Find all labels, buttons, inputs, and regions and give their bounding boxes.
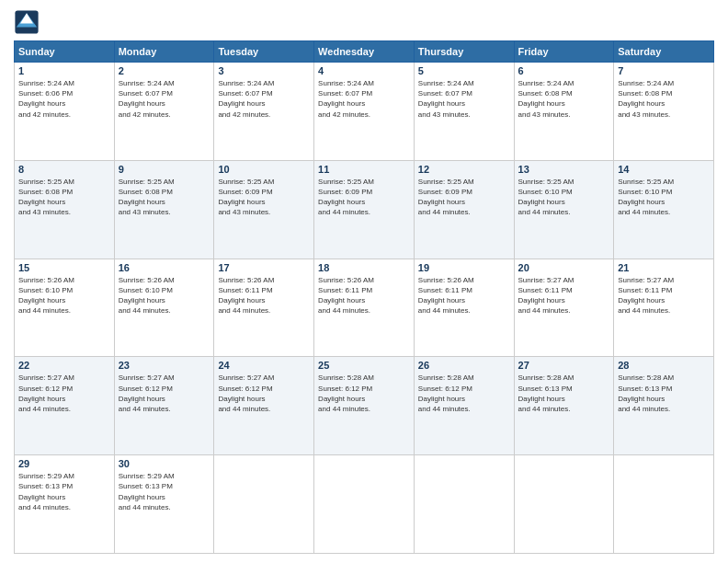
calendar-week-5: 29 Sunrise: 5:29 AMSunset: 6:13 PMDaylig… [15, 455, 714, 554]
calendar-cell: 11 Sunrise: 5:25 AMSunset: 6:09 PMDaylig… [314, 160, 415, 259]
day-info: Sunrise: 5:25 AMSunset: 6:10 PMDaylight … [518, 178, 574, 217]
day-number: 1 [18, 65, 110, 76]
day-number: 12 [418, 164, 510, 175]
page: SundayMondayTuesdayWednesdayThursdayFrid… [0, 0, 728, 563]
day-info: Sunrise: 5:27 AMSunset: 6:12 PMDaylight … [218, 373, 274, 413]
day-number: 28 [618, 360, 710, 371]
calendar-cell: 24 Sunrise: 5:27 AMSunset: 6:12 PMDaylig… [214, 357, 314, 455]
day-number: 19 [418, 262, 510, 273]
day-info: Sunrise: 5:25 AMSunset: 6:09 PMDaylight … [418, 178, 474, 217]
day-number: 27 [518, 360, 610, 371]
col-header-monday: Monday [114, 41, 214, 63]
day-number: 16 [119, 262, 210, 273]
calendar-cell: 20 Sunrise: 5:27 AMSunset: 6:11 PMDaylig… [514, 259, 614, 357]
day-number: 17 [218, 262, 310, 273]
day-info: Sunrise: 5:26 AMSunset: 6:11 PMDaylight … [418, 276, 474, 316]
calendar-cell [214, 455, 314, 554]
day-info: Sunrise: 5:24 AMSunset: 6:08 PMDaylight … [618, 79, 674, 119]
calendar-cell: 19 Sunrise: 5:26 AMSunset: 6:11 PMDaylig… [414, 259, 514, 357]
day-info: Sunrise: 5:28 AMSunset: 6:13 PMDaylight … [618, 373, 674, 413]
day-info: Sunrise: 5:24 AMSunset: 6:07 PMDaylight … [119, 79, 175, 119]
calendar-cell [414, 455, 514, 554]
day-info: Sunrise: 5:27 AMSunset: 6:11 PMDaylight … [618, 276, 674, 316]
calendar-cell: 28 Sunrise: 5:28 AMSunset: 6:13 PMDaylig… [614, 357, 714, 455]
day-info: Sunrise: 5:25 AMSunset: 6:09 PMDaylight … [318, 178, 374, 217]
day-number: 30 [119, 458, 210, 469]
day-number: 23 [119, 360, 210, 371]
day-number: 13 [518, 164, 610, 175]
day-info: Sunrise: 5:26 AMSunset: 6:10 PMDaylight … [18, 276, 74, 316]
day-number: 25 [318, 360, 410, 371]
calendar-cell: 22 Sunrise: 5:27 AMSunset: 6:12 PMDaylig… [15, 357, 115, 455]
calendar-cell: 23 Sunrise: 5:27 AMSunset: 6:12 PMDaylig… [114, 357, 214, 455]
header [14, 9, 714, 35]
day-info: Sunrise: 5:25 AMSunset: 6:08 PMDaylight … [119, 178, 175, 217]
calendar-week-1: 1 Sunrise: 5:24 AMSunset: 6:06 PMDayligh… [15, 63, 714, 161]
calendar-cell: 21 Sunrise: 5:27 AMSunset: 6:11 PMDaylig… [614, 259, 714, 357]
day-number: 8 [18, 164, 110, 175]
day-info: Sunrise: 5:25 AMSunset: 6:09 PMDaylight … [218, 178, 274, 217]
calendar-cell: 4 Sunrise: 5:24 AMSunset: 6:07 PMDayligh… [314, 63, 415, 161]
logo-icon [14, 9, 40, 35]
calendar-cell: 1 Sunrise: 5:24 AMSunset: 6:06 PMDayligh… [15, 63, 115, 161]
col-header-saturday: Saturday [614, 41, 714, 63]
calendar-week-2: 8 Sunrise: 5:25 AMSunset: 6:08 PMDayligh… [15, 160, 714, 259]
calendar-cell: 7 Sunrise: 5:24 AMSunset: 6:08 PMDayligh… [614, 63, 714, 161]
day-info: Sunrise: 5:27 AMSunset: 6:12 PMDaylight … [119, 373, 175, 413]
day-info: Sunrise: 5:29 AMSunset: 6:13 PMDaylight … [18, 472, 74, 511]
header-row: SundayMondayTuesdayWednesdayThursdayFrid… [15, 41, 714, 63]
day-info: Sunrise: 5:29 AMSunset: 6:13 PMDaylight … [119, 472, 175, 511]
day-info: Sunrise: 5:28 AMSunset: 6:13 PMDaylight … [518, 373, 574, 413]
calendar-cell: 17 Sunrise: 5:26 AMSunset: 6:11 PMDaylig… [214, 259, 314, 357]
day-number: 2 [119, 65, 210, 76]
day-info: Sunrise: 5:24 AMSunset: 6:07 PMDaylight … [318, 79, 374, 119]
day-info: Sunrise: 5:24 AMSunset: 6:07 PMDaylight … [218, 79, 274, 119]
day-number: 6 [518, 65, 610, 76]
day-number: 7 [618, 65, 710, 76]
day-info: Sunrise: 5:24 AMSunset: 6:07 PMDaylight … [418, 79, 474, 119]
calendar-cell: 13 Sunrise: 5:25 AMSunset: 6:10 PMDaylig… [514, 160, 614, 259]
logo [14, 9, 43, 35]
calendar-cell [314, 455, 415, 554]
calendar-cell [514, 455, 614, 554]
day-info: Sunrise: 5:27 AMSunset: 6:12 PMDaylight … [18, 373, 74, 413]
calendar-cell: 8 Sunrise: 5:25 AMSunset: 6:08 PMDayligh… [15, 160, 115, 259]
day-info: Sunrise: 5:28 AMSunset: 6:12 PMDaylight … [418, 373, 474, 413]
day-info: Sunrise: 5:24 AMSunset: 6:06 PMDaylight … [18, 79, 74, 119]
day-info: Sunrise: 5:24 AMSunset: 6:08 PMDaylight … [518, 79, 574, 119]
day-info: Sunrise: 5:26 AMSunset: 6:11 PMDaylight … [218, 276, 274, 316]
calendar-cell: 5 Sunrise: 5:24 AMSunset: 6:07 PMDayligh… [414, 63, 514, 161]
col-header-sunday: Sunday [15, 41, 115, 63]
calendar-cell: 10 Sunrise: 5:25 AMSunset: 6:09 PMDaylig… [214, 160, 314, 259]
day-number: 9 [119, 164, 210, 175]
calendar-cell: 3 Sunrise: 5:24 AMSunset: 6:07 PMDayligh… [214, 63, 314, 161]
day-number: 11 [318, 164, 410, 175]
calendar-cell: 9 Sunrise: 5:25 AMSunset: 6:08 PMDayligh… [114, 160, 214, 259]
day-number: 15 [18, 262, 110, 273]
calendar-week-3: 15 Sunrise: 5:26 AMSunset: 6:10 PMDaylig… [15, 259, 714, 357]
calendar-cell: 12 Sunrise: 5:25 AMSunset: 6:09 PMDaylig… [414, 160, 514, 259]
calendar-cell: 25 Sunrise: 5:28 AMSunset: 6:12 PMDaylig… [314, 357, 415, 455]
day-number: 29 [18, 458, 110, 469]
calendar-cell: 2 Sunrise: 5:24 AMSunset: 6:07 PMDayligh… [114, 63, 214, 161]
calendar-week-4: 22 Sunrise: 5:27 AMSunset: 6:12 PMDaylig… [15, 357, 714, 455]
day-number: 10 [218, 164, 310, 175]
day-number: 24 [218, 360, 310, 371]
day-number: 26 [418, 360, 510, 371]
calendar-cell: 16 Sunrise: 5:26 AMSunset: 6:10 PMDaylig… [114, 259, 214, 357]
col-header-thursday: Thursday [414, 41, 514, 63]
calendar-cell: 27 Sunrise: 5:28 AMSunset: 6:13 PMDaylig… [514, 357, 614, 455]
day-info: Sunrise: 5:26 AMSunset: 6:11 PMDaylight … [318, 276, 374, 316]
day-info: Sunrise: 5:25 AMSunset: 6:08 PMDaylight … [18, 178, 74, 217]
day-info: Sunrise: 5:26 AMSunset: 6:10 PMDaylight … [119, 276, 175, 316]
calendar-cell: 15 Sunrise: 5:26 AMSunset: 6:10 PMDaylig… [15, 259, 115, 357]
calendar-cell: 30 Sunrise: 5:29 AMSunset: 6:13 PMDaylig… [114, 455, 214, 554]
calendar-cell: 6 Sunrise: 5:24 AMSunset: 6:08 PMDayligh… [514, 63, 614, 161]
calendar-table: SundayMondayTuesdayWednesdayThursdayFrid… [14, 40, 714, 554]
calendar-cell: 29 Sunrise: 5:29 AMSunset: 6:13 PMDaylig… [15, 455, 115, 554]
col-header-wednesday: Wednesday [314, 41, 415, 63]
calendar-cell: 14 Sunrise: 5:25 AMSunset: 6:10 PMDaylig… [614, 160, 714, 259]
col-header-friday: Friday [514, 41, 614, 63]
day-info: Sunrise: 5:27 AMSunset: 6:11 PMDaylight … [518, 276, 574, 316]
day-info: Sunrise: 5:28 AMSunset: 6:12 PMDaylight … [318, 373, 374, 413]
